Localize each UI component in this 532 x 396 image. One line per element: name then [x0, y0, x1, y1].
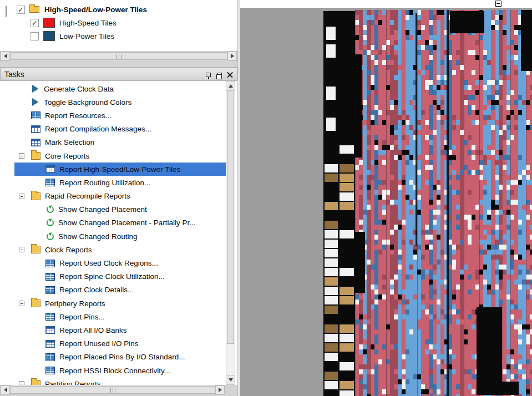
scroll-down-button[interactable]	[226, 375, 235, 384]
high-speed-checkbox[interactable]	[31, 19, 39, 27]
task-item[interactable]: Report Pins...	[14, 310, 226, 323]
report-table-icon	[31, 111, 40, 119]
scroll-right-button[interactable]	[215, 385, 225, 394]
task-tree: Generate Clock DataToggle Background Col…	[0, 81, 237, 385]
task-item[interactable]: Report Clock Details...	[14, 283, 226, 297]
task-item[interactable]: Report Placed Pins By I/O Standard...	[14, 351, 226, 364]
task-item-label: Show Changed Placement	[58, 205, 147, 214]
task-item[interactable]: Report Spine Clock Utilization...	[14, 270, 226, 283]
pin-icon	[206, 73, 211, 77]
legend-item-label: High-Speed Tiles	[59, 19, 116, 27]
report-table-icon	[31, 139, 40, 146]
legend-title-row[interactable]: High-Speed/Low-Power Tiles	[17, 3, 147, 16]
legend-title-checkbox[interactable]	[17, 6, 25, 14]
toolbar-icon[interactable]	[495, 1, 501, 7]
task-item[interactable]: Core Reports	[14, 149, 226, 163]
report-table-icon	[45, 165, 55, 173]
folder-icon	[31, 152, 40, 160]
tasks-panel-header: Tasks	[0, 67, 237, 81]
low-power-color-swatch	[43, 31, 55, 41]
folder-icon	[31, 299, 40, 307]
scrollbar-thumb[interactable]	[10, 52, 227, 60]
expand-toggle-icon[interactable]	[19, 247, 24, 252]
task-item[interactable]: Periphery Reports	[14, 297, 226, 310]
task-item[interactable]: Report Compilation Messages...	[14, 123, 226, 136]
task-item[interactable]: Clock Reports	[14, 243, 226, 256]
refresh-icon	[47, 233, 54, 240]
task-item-label: Report All I/O Banks	[59, 326, 127, 334]
task-item[interactable]: Show Changed Routing	[14, 230, 226, 243]
report-table-icon	[45, 367, 55, 374]
task-item[interactable]: Report Resources...	[14, 109, 226, 122]
task-item-label: Report HSSI Block Connectivity...	[59, 367, 170, 375]
task-item-label: Report Used Clock Regions...	[59, 259, 158, 267]
legend-item-high-speed[interactable]: High-Speed Tiles	[31, 16, 116, 29]
report-table-icon	[45, 179, 55, 186]
report-table-icon	[45, 286, 55, 294]
float-window-icon	[217, 73, 222, 77]
float-button[interactable]	[215, 70, 224, 79]
task-item[interactable]: Report Unused I/O Pins	[14, 337, 226, 351]
scroll-left-button[interactable]	[1, 385, 10, 394]
expand-toggle-icon[interactable]	[19, 153, 24, 159]
folder-icon	[29, 6, 39, 13]
tasks-panel-title: Tasks	[4, 70, 24, 79]
legend-item-low-power[interactable]: Low-Power Tiles	[31, 29, 114, 43]
scrollbar-thumb[interactable]	[10, 386, 215, 394]
task-item[interactable]: Show Changed Placement	[14, 203, 226, 216]
scroll-right-button[interactable]	[227, 52, 237, 60]
scroll-up-button[interactable]	[226, 82, 235, 91]
task-item-label: Show Changed Placement - Partially Pr...	[58, 219, 196, 227]
refresh-icon	[47, 206, 54, 213]
task-item-label: Mark Selection	[45, 138, 94, 146]
task-item[interactable]: Generate Clock Data	[14, 82, 226, 95]
close-icon	[227, 72, 233, 78]
report-table-icon	[31, 125, 40, 133]
legend-title: High-Speed/Low-Power Tiles	[44, 6, 147, 14]
task-item-label: Core Reports	[45, 152, 89, 160]
expand-toggle-icon[interactable]	[19, 194, 24, 199]
chip-planner-pane	[240, 0, 532, 396]
legend-item-label: Low-Power Tiles	[59, 32, 114, 40]
folder-icon	[31, 380, 40, 385]
folder-icon	[31, 246, 40, 253]
report-table-icon	[45, 353, 55, 361]
task-item-label: Clock Reports	[45, 246, 92, 254]
task-item-label: Report Placed Pins By I/O Standard...	[59, 353, 185, 361]
task-item-label: Show Changed Routing	[58, 232, 138, 241]
low-power-checkbox[interactable]	[31, 32, 39, 40]
task-item[interactable]: Toggle Background Colors	[14, 95, 226, 109]
task-item[interactable]: Show Changed Placement - Partially Pr...	[14, 216, 226, 230]
task-item-label: Report High-Speed/Low-Power Tiles	[59, 165, 180, 174]
task-item-label: Report Spine Clock Utilization...	[59, 272, 165, 281]
high-speed-color-swatch	[43, 18, 55, 28]
expand-toggle-icon[interactable]	[19, 301, 24, 306]
task-tree-hscrollbar[interactable]	[0, 385, 225, 395]
scroll-left-button[interactable]	[1, 52, 10, 60]
task-item-label: Rapid Recompile Reports	[45, 192, 130, 200]
chip-toolbar-strip	[240, 0, 532, 8]
legend-hscrollbar[interactable]	[0, 51, 237, 61]
expand-toggle-icon[interactable]	[19, 381, 24, 385]
task-item-label: Report Clock Details...	[59, 286, 134, 294]
task-item-label: Report Compilation Messages...	[45, 125, 151, 133]
legend-expand-toggle-icon[interactable]	[6, 6, 7, 17]
task-item[interactable]: Partition Reports	[14, 377, 226, 385]
scrollbar-thumb[interactable]	[227, 92, 234, 344]
task-item[interactable]: Report Used Clock Regions...	[14, 256, 226, 270]
task-item[interactable]: Report HSSI Block Connectivity...	[14, 364, 226, 377]
task-item-label: Report Routing Utilization...	[59, 179, 150, 187]
close-button[interactable]	[225, 70, 235, 79]
task-item[interactable]: Report Routing Utilization...	[14, 176, 226, 189]
task-item-label: Report Unused I/O Pins	[59, 339, 139, 348]
task-item[interactable]: Report High-Speed/Low-Power Tiles	[14, 163, 226, 176]
report-table-icon	[45, 313, 55, 321]
task-item[interactable]: Report All I/O Banks	[14, 323, 226, 337]
chip-floorplan[interactable]	[240, 8, 532, 396]
task-tree-vscrollbar[interactable]	[226, 81, 235, 385]
task-item[interactable]: Rapid Recompile Reports	[14, 190, 226, 203]
pin-button[interactable]	[204, 70, 213, 79]
folder-icon	[31, 192, 40, 200]
task-item[interactable]: Mark Selection	[14, 136, 226, 149]
task-item-label: Periphery Reports	[45, 299, 105, 308]
